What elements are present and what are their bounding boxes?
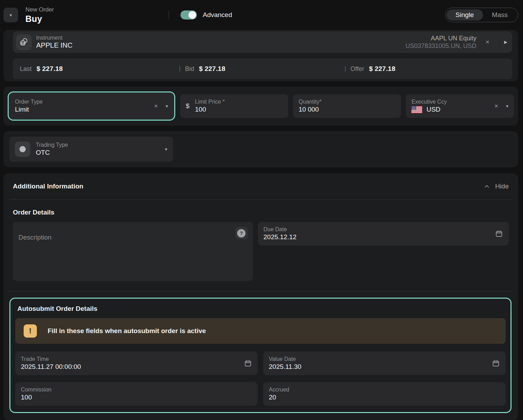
last-value: $ 227.18 (37, 65, 63, 73)
price-bid: Bid $ 227.18 (180, 65, 345, 73)
bid-label: Bid (185, 65, 194, 73)
autosubmit-warning-banner: ! Fill in these fields when autosubmit o… (15, 318, 506, 344)
trading-type-icon-chip (15, 142, 30, 157)
exclamation-icon: ! (29, 326, 31, 336)
executive-ccy-dropdown-icon[interactable]: ▾ (506, 103, 508, 109)
page-title: Buy (25, 14, 164, 24)
hide-label: Hide (495, 183, 509, 190)
trading-type-label: Trading Type (36, 142, 165, 148)
mode-tab-mass[interactable]: Mass (483, 9, 517, 21)
calendar-icon[interactable] (495, 229, 503, 238)
due-date-label: Due Date (264, 226, 495, 233)
instrument-selector[interactable]: Instrument APPLE INC AAPL UN Equity US03… (13, 31, 512, 53)
bid-value: $ 227.18 (199, 65, 225, 73)
instrument-text: Instrument APPLE INC (36, 35, 72, 49)
instrument-name: APPLE INC (36, 41, 72, 49)
advanced-toggle-label: Advanced (203, 11, 232, 19)
due-date-field[interactable]: Due Date 2025.12.12 (258, 222, 509, 245)
instrument-icon-chip (16, 34, 32, 50)
due-date-value: 2025.12.12 (264, 233, 495, 241)
description-help-button[interactable]: ? (235, 227, 248, 239)
limit-price-field[interactable]: $ Limit Price * 100 (180, 94, 288, 118)
executive-ccy-field[interactable]: Executive Ccy (406, 94, 514, 118)
accrued-label: Accrued (269, 387, 500, 393)
commission-label: Commission (21, 387, 252, 393)
order-type-clear-icon[interactable]: ✕ (154, 104, 158, 108)
order-mode-segmented-control: Single Mass (445, 8, 518, 22)
value-date-field[interactable]: Value Date 2025.11.30 (263, 352, 506, 375)
mode-tab-single[interactable]: Single (446, 9, 483, 21)
instrument-ticker: AAPL UN Equity (405, 35, 476, 42)
trade-time-label: Trade Time (21, 356, 244, 362)
description-wrapper: ? (13, 222, 253, 282)
calendar-icon[interactable] (492, 359, 500, 368)
trading-type-field[interactable]: Trading Type OTC ▾ (9, 137, 173, 162)
quantity-value: 10 000 (299, 106, 396, 113)
order-fields-panel: Order Type Limit ✕ ▾ $ Limit Price * 100… (3, 87, 518, 126)
instrument-expand-icon[interactable]: ▶ (504, 40, 507, 45)
executive-ccy-clear-icon[interactable]: ✕ (494, 104, 498, 108)
warning-text: Fill in these fields when autosubmit ord… (48, 327, 206, 335)
trade-time-value: 2025.11.27 00:00:00 (21, 363, 244, 371)
additional-info-header: Additional Information Hide (9, 183, 512, 190)
calendar-icon[interactable] (244, 359, 252, 368)
section-divider (9, 199, 512, 200)
order-type-dropdown-icon[interactable]: ▾ (166, 103, 168, 109)
chevron-up-icon (483, 183, 490, 190)
executive-ccy-stack: Executive Ccy (411, 99, 494, 113)
topbar-divider (169, 11, 169, 19)
chevron-down-icon: ▾ (10, 13, 12, 18)
value-date-label: Value Date (269, 356, 492, 362)
order-details-row: ? Due Date 2025.12.12 (13, 222, 509, 282)
hide-section-button[interactable]: Hide (483, 183, 509, 190)
instrument-right: AAPL UN Equity US0378331005.UN, USD ✕ ▶ (405, 35, 507, 50)
order-side-dropdown-button[interactable]: ▾ (3, 8, 18, 22)
limit-price-value: 100 (195, 106, 283, 113)
warning-icon-chip: ! (24, 324, 37, 338)
due-date-stack: Due Date 2025.12.12 (264, 226, 495, 241)
price-offer: Offer $ 227.18 (346, 65, 510, 73)
instrument-panel: Instrument APPLE INC AAPL UN Equity US03… (3, 30, 518, 81)
trading-type-dropdown-icon[interactable]: ▾ (165, 146, 167, 152)
executive-ccy-label: Executive Ccy (411, 99, 494, 105)
quantity-stack: Quantity* 10 000 (299, 99, 396, 113)
offer-value: $ 227.18 (369, 65, 395, 73)
additional-info-title: Additional Information (13, 183, 83, 190)
advanced-toggle-group: Advanced (180, 10, 232, 19)
trading-type-panel: Trading Type OTC ▾ (3, 131, 518, 167)
instrument-codes: AAPL UN Equity US0378331005.UN, USD (405, 35, 476, 50)
accrued-field[interactable]: Accrued 20 (263, 382, 506, 406)
autosubmit-fields-grid: Trade Time 2025.11.27 00:00:00 Value Dat… (15, 352, 506, 406)
additional-information-panel: Additional Information Hide Order Detail… (3, 173, 518, 420)
toggle-knob (188, 11, 196, 19)
quantity-field[interactable]: Quantity* 10 000 (293, 94, 401, 118)
page-subtitle: New Order (25, 6, 164, 13)
autosubmit-title: Autosubmit Order Details (15, 304, 506, 313)
autosubmit-section: Autosubmit Order Details ! Fill in these… (9, 298, 512, 413)
executive-ccy-value: USD (426, 106, 440, 113)
question-mark-icon: ? (237, 229, 246, 237)
coins-icon (19, 38, 29, 47)
instrument-identifier: US0378331005.UN, USD (405, 42, 476, 50)
limit-price-label: Limit Price * (195, 99, 283, 105)
us-flag-icon (411, 106, 422, 113)
instrument-label: Instrument (36, 35, 72, 41)
advanced-toggle[interactable] (180, 10, 197, 19)
page-title-block: New Order Buy (25, 6, 164, 24)
quantity-label: Quantity* (299, 99, 396, 105)
trade-time-stack: Trade Time 2025.11.27 00:00:00 (21, 356, 244, 371)
commission-stack: Commission 100 (21, 387, 252, 401)
accrued-stack: Accrued 20 (269, 387, 500, 401)
instrument-clear-icon[interactable]: ✕ (485, 40, 490, 45)
commission-value: 100 (21, 394, 252, 401)
top-bar: ▾ New Order Buy Advanced Single Mass (0, 0, 523, 30)
dollar-prefix-icon: $ (186, 102, 190, 110)
commission-field[interactable]: Commission 100 (15, 382, 258, 406)
order-type-value: Limit (15, 106, 154, 113)
order-type-label: Order Type (15, 99, 154, 105)
description-input[interactable] (13, 222, 253, 281)
trade-time-field[interactable]: Trade Time 2025.11.27 00:00:00 (15, 352, 258, 375)
section-divider (9, 291, 512, 292)
order-type-field[interactable]: Order Type Limit ✕ ▾ (8, 91, 175, 121)
executive-ccy-value-row: USD (411, 106, 494, 113)
